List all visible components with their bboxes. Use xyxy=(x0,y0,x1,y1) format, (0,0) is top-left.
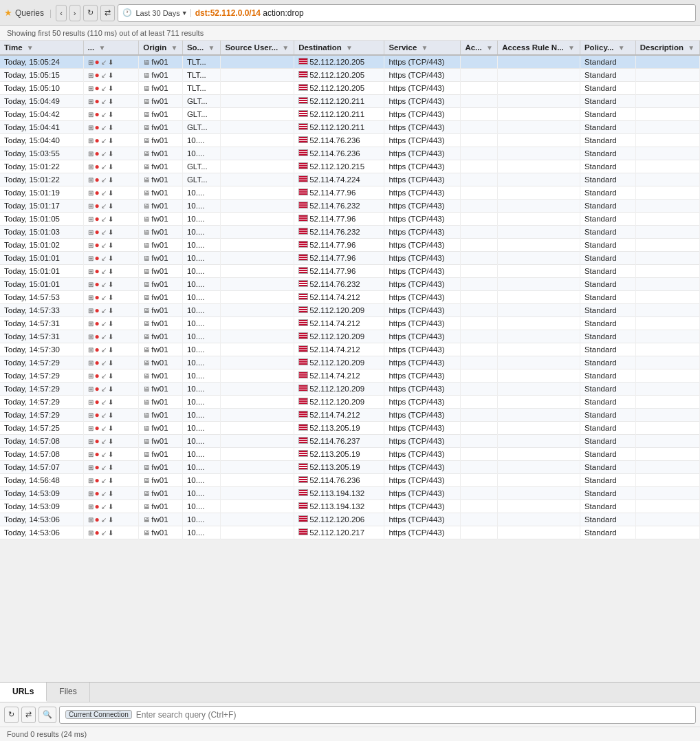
col-origin[interactable]: Origin ▼ xyxy=(139,41,183,55)
table-row[interactable]: Today, 14:53:06 ⊞ ● ↙ ⬇ 🖥fw0110....52.11… xyxy=(0,513,700,526)
download-icon[interactable]: ⬇ xyxy=(108,124,113,131)
download-icon[interactable]: ⬇ xyxy=(108,425,113,432)
grid-icon[interactable]: ⊞ xyxy=(88,124,94,131)
grid-icon[interactable]: ⊞ xyxy=(88,255,94,262)
table-row[interactable]: Today, 15:01:19 ⊞ ● ↙ ⬇ 🖥fw0110....52.11… xyxy=(0,186,700,200)
download-icon[interactable]: ⬇ xyxy=(108,490,113,497)
download-icon[interactable]: ⬇ xyxy=(108,385,113,393)
col-source-user[interactable]: Source User... ▼ xyxy=(221,41,294,55)
grid-icon[interactable]: ⊞ xyxy=(88,307,94,314)
download-icon[interactable]: ⬇ xyxy=(108,411,113,419)
download-icon[interactable]: ⬇ xyxy=(108,346,113,354)
transform-button[interactable]: ⇄ xyxy=(100,5,115,21)
download-icon[interactable]: ⬇ xyxy=(108,529,113,537)
col-service[interactable]: Service ▼ xyxy=(384,41,461,55)
grid-icon[interactable]: ⊞ xyxy=(88,451,94,458)
grid-icon[interactable]: ⊞ xyxy=(88,176,94,184)
grid-icon[interactable]: ⊞ xyxy=(88,150,94,158)
download-icon[interactable]: ⬇ xyxy=(108,176,113,184)
table-row[interactable]: Today, 15:01:01 ⊞ ● ↙ ⬇ 🖥fw0110....52.11… xyxy=(0,265,700,278)
col-description[interactable]: Description ▼ xyxy=(635,41,699,55)
table-row[interactable]: Today, 14:57:29 ⊞ ● ↙ ⬇ 🖥fw0110....52.11… xyxy=(0,409,700,422)
table-row[interactable]: Today, 14:57:29 ⊞ ● ↙ ⬇ 🖥fw0110....52.11… xyxy=(0,356,700,369)
grid-icon[interactable]: ⊞ xyxy=(88,320,94,327)
reload-button[interactable]: ↻ xyxy=(83,5,98,21)
grid-icon[interactable]: ⊞ xyxy=(88,163,94,171)
table-row[interactable]: Today, 14:57:07 ⊞ ● ↙ ⬇ 🖥fw0110....52.11… xyxy=(0,461,700,474)
col-action[interactable]: Ac... ▼ xyxy=(461,41,498,55)
table-row[interactable]: Today, 15:01:05 ⊞ ● ↙ ⬇ 🖥fw0110....52.11… xyxy=(0,213,700,226)
download-icon[interactable]: ⬇ xyxy=(108,372,113,380)
download-icon[interactable]: ⬇ xyxy=(108,503,113,511)
download-icon[interactable]: ⬇ xyxy=(108,85,113,92)
download-icon[interactable]: ⬇ xyxy=(108,98,113,105)
bottom-search-icon-button[interactable]: 🔍 xyxy=(39,707,56,723)
grid-icon[interactable]: ⊞ xyxy=(88,333,94,341)
table-row[interactable]: Today, 15:01:03 ⊞ ● ↙ ⬇ 🖥fw0110....52.11… xyxy=(0,226,700,239)
grid-icon[interactable]: ⊞ xyxy=(88,98,94,105)
table-row[interactable]: Today, 14:53:06 ⊞ ● ↙ ⬇ 🖥fw0110....52.11… xyxy=(0,526,700,539)
table-row[interactable]: Today, 14:57:31 ⊞ ● ↙ ⬇ 🖥fw0110....52.11… xyxy=(0,317,700,330)
table-row[interactable]: Today, 14:57:25 ⊞ ● ↙ ⬇ 🖥fw0110....52.11… xyxy=(0,422,700,435)
table-row[interactable]: Today, 15:01:22 ⊞ ● ↙ ⬇ 🖥fw01GLT...52.11… xyxy=(0,173,700,186)
table-row[interactable]: Today, 14:57:29 ⊞ ● ↙ ⬇ 🖥fw0110....52.11… xyxy=(0,383,700,396)
table-row[interactable]: Today, 14:56:48 ⊞ ● ↙ ⬇ 🖥fw0110....52.11… xyxy=(0,474,700,487)
grid-icon[interactable]: ⊞ xyxy=(88,346,94,354)
download-icon[interactable]: ⬇ xyxy=(108,202,113,210)
tab-urls[interactable]: URLs xyxy=(0,683,47,702)
col-time[interactable]: Time ▼ xyxy=(0,41,83,55)
table-row[interactable]: Today, 15:04:42 ⊞ ● ↙ ⬇ 🖥fw01GLT...52.11… xyxy=(0,108,700,121)
download-icon[interactable]: ⬇ xyxy=(108,255,113,262)
table-row[interactable]: Today, 15:01:22 ⊞ ● ↙ ⬇ 🖥fw01GLT...52.11… xyxy=(0,160,700,173)
grid-icon[interactable]: ⊞ xyxy=(88,385,94,393)
col-policy[interactable]: Policy... ▼ xyxy=(580,41,635,55)
time-filter-button[interactable]: Last 30 Days ▼ xyxy=(133,9,191,17)
download-icon[interactable]: ⬇ xyxy=(108,438,113,445)
table-row[interactable]: Today, 15:05:10 ⊞ ● ↙ ⬇ 🖥fw01TLT...52.11… xyxy=(0,82,700,95)
col-source[interactable]: So... ▼ xyxy=(182,41,221,55)
col-access-rule[interactable]: Access Rule N... ▼ xyxy=(498,41,580,55)
grid-icon[interactable]: ⊞ xyxy=(88,477,94,484)
table-row[interactable]: Today, 14:57:08 ⊞ ● ↙ ⬇ 🖥fw0110....52.11… xyxy=(0,435,700,448)
grid-icon[interactable]: ⊞ xyxy=(88,202,94,210)
download-icon[interactable]: ⬇ xyxy=(108,294,113,301)
col-destination[interactable]: Destination ▼ xyxy=(294,41,384,55)
table-row[interactable]: Today, 14:57:31 ⊞ ● ↙ ⬇ 🖥fw0110....52.11… xyxy=(0,330,700,343)
table-row[interactable]: Today, 15:01:17 ⊞ ● ↙ ⬇ 🖥fw0110....52.11… xyxy=(0,200,700,213)
table-row[interactable]: Today, 15:05:15 ⊞ ● ↙ ⬇ 🖥fw01TLT...52.11… xyxy=(0,69,700,82)
download-icon[interactable]: ⬇ xyxy=(108,477,113,484)
table-row[interactable]: Today, 15:04:49 ⊞ ● ↙ ⬇ 🖥fw01GLT...52.11… xyxy=(0,95,700,108)
grid-icon[interactable]: ⊞ xyxy=(88,372,94,380)
table-row[interactable]: Today, 14:57:29 ⊞ ● ↙ ⬇ 🖥fw0110....52.11… xyxy=(0,396,700,409)
grid-icon[interactable]: ⊞ xyxy=(88,411,94,419)
grid-icon[interactable]: ⊞ xyxy=(88,294,94,301)
grid-icon[interactable]: ⊞ xyxy=(88,464,94,471)
table-row[interactable]: Today, 15:01:01 ⊞ ● ↙ ⬇ 🖥fw0110....52.11… xyxy=(0,252,700,265)
download-icon[interactable]: ⬇ xyxy=(108,72,113,79)
download-icon[interactable]: ⬇ xyxy=(108,516,113,524)
table-row[interactable]: Today, 15:01:01 ⊞ ● ↙ ⬇ 🖥fw0110....52.11… xyxy=(0,278,700,291)
grid-icon[interactable]: ⊞ xyxy=(88,503,94,511)
table-row[interactable]: Today, 15:05:24 ⊞ ● ↙ ⬇ 🖥fw01TLT...52.11… xyxy=(0,55,700,69)
table-row[interactable]: Today, 15:01:02 ⊞ ● ↙ ⬇ 🖥fw0110....52.11… xyxy=(0,239,700,252)
grid-icon[interactable]: ⊞ xyxy=(88,359,94,367)
download-icon[interactable]: ⬇ xyxy=(108,307,113,314)
grid-icon[interactable]: ⊞ xyxy=(88,268,94,275)
download-icon[interactable]: ⬇ xyxy=(108,137,113,144)
grid-icon[interactable]: ⊞ xyxy=(88,490,94,497)
bottom-reload-button[interactable]: ↻ xyxy=(4,707,19,723)
download-icon[interactable]: ⬇ xyxy=(108,333,113,341)
table-row[interactable]: Today, 14:57:29 ⊞ ● ↙ ⬇ 🖥fw0110....52.11… xyxy=(0,369,700,383)
grid-icon[interactable]: ⊞ xyxy=(88,516,94,524)
download-icon[interactable]: ⬇ xyxy=(108,58,113,66)
grid-icon[interactable]: ⊞ xyxy=(88,425,94,432)
table-area[interactable]: Time ▼ ... ▼ Origin ▼ So... ▼ Source Use… xyxy=(0,41,700,682)
download-icon[interactable]: ⬇ xyxy=(108,215,113,223)
download-icon[interactable]: ⬇ xyxy=(108,451,113,458)
grid-icon[interactable]: ⊞ xyxy=(88,438,94,445)
download-icon[interactable]: ⬇ xyxy=(108,150,113,158)
grid-icon[interactable]: ⊞ xyxy=(88,72,94,79)
download-icon[interactable]: ⬇ xyxy=(108,398,113,406)
table-row[interactable]: Today, 15:04:41 ⊞ ● ↙ ⬇ 🖥fw01GLT...52.11… xyxy=(0,121,700,134)
table-row[interactable]: Today, 15:04:40 ⊞ ● ↙ ⬇ 🖥fw0110....52.11… xyxy=(0,134,700,147)
